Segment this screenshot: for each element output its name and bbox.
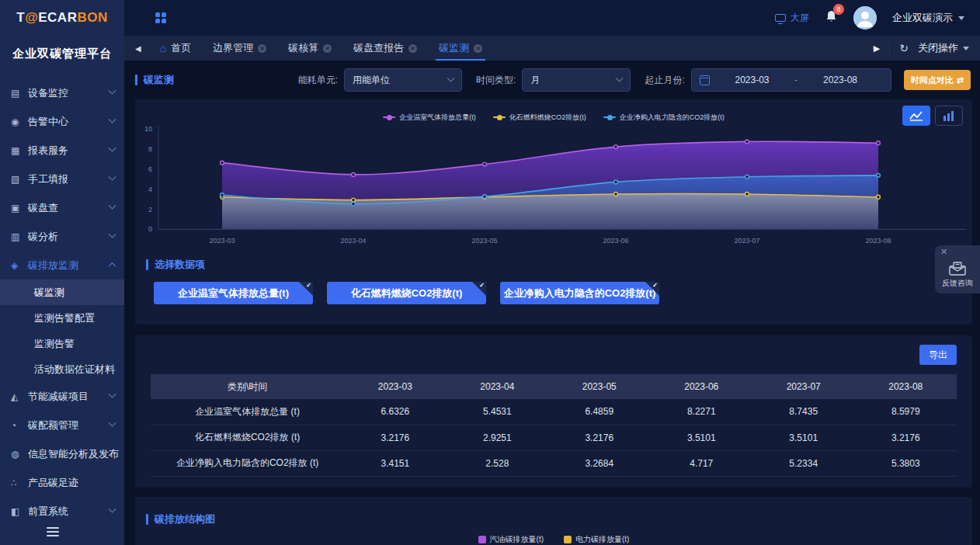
feedback-widget[interactable]: ✕ 反馈咨询 (935, 245, 980, 293)
checked-corner-icon (299, 282, 313, 296)
sidebar-item-carbon-analysis[interactable]: ▥ 碳分析 (0, 222, 124, 251)
data-item-buttons: 企业温室气体排放总量(t) 化石燃料燃烧CO2排放(t) 企业净购入电力隐含的C… (154, 282, 972, 304)
tab-home[interactable]: ⌂ 首页 (149, 36, 202, 61)
tab-carbon-accounting[interactable]: 碳核算 ✕ (277, 36, 342, 61)
sidebar-item-label: 手工填报 (28, 172, 109, 186)
svg-text:10: 10 (144, 125, 152, 133)
chevron-down-icon (109, 419, 116, 427)
close-icon[interactable]: ✕ (323, 44, 332, 53)
sidebar-item-energy-saving-projects[interactable]: ◭ 节能减碳项目 (0, 382, 124, 411)
chart-type-toggle (902, 106, 963, 126)
checked-corner-icon (472, 282, 486, 296)
notifications-button[interactable]: 8 (825, 9, 838, 26)
col-month: 2023-05 (548, 374, 650, 399)
logo-text-ecar: ECAR (38, 10, 77, 26)
svg-text:8: 8 (148, 145, 152, 153)
topbar: 大屏 8 企业双碳演示 (124, 0, 980, 36)
swap-arrows-icon: ⇄ (957, 75, 964, 85)
close-icon[interactable]: ✕ (408, 44, 417, 53)
data-item-purchased-electricity-co2[interactable]: 企业净购入电力隐含的CO2排放(t) (500, 282, 659, 304)
legend-swatch (478, 536, 486, 543)
export-button[interactable]: 导出 (919, 345, 957, 365)
chevron-down-icon (109, 391, 116, 398)
sidebar-item-product-footprint[interactable]: ∴ 产品碳足迹 (0, 468, 124, 497)
cell-value: 3.2684 (548, 450, 650, 476)
table-header-row: 类别\时间 2023-03 2023-04 2023-05 2023-06 20… (151, 374, 957, 399)
data-item-label: 企业温室气体排放总量(t) (178, 286, 289, 300)
chart-legend-item[interactable]: 企业温室气体排放总量(t) (383, 113, 476, 123)
sidebar-item-manual-entry[interactable]: ▧ 手工填报 (0, 165, 124, 193)
sidebar-item-info-analysis[interactable]: ◍ 信息智能分析及发布 (0, 439, 124, 468)
data-item-ghg-total[interactable]: 企业温室气体排放总量(t) (154, 282, 313, 304)
big-screen-button[interactable]: 大屏 (775, 12, 809, 25)
legend-item-gasoline[interactable]: 汽油碳排放量(t) (478, 534, 544, 545)
tabs-scroll-left-icon[interactable]: ◀ (135, 36, 141, 61)
devices-icon: ▤ (11, 88, 28, 99)
sidebar-subitem-monitoring-alerts[interactable]: 监测告警 (0, 331, 124, 356)
sidebar-item-alarm-center[interactable]: ◉ 告警中心 (0, 107, 124, 136)
chevron-down-icon (109, 173, 116, 181)
structure-legend: 汽油碳排放量(t) 电力碳排放量(t) (135, 534, 972, 545)
user-menu[interactable]: 企业双碳演示 (892, 11, 964, 25)
chevron-down-icon (616, 74, 624, 82)
sidebar-item-label: 节能减碳项目 (28, 390, 109, 404)
tab-inventory-report[interactable]: 碳盘查报告 ✕ (342, 36, 428, 61)
title-bar-decoration (146, 259, 148, 270)
sidebar-subitem-carbon-monitoring[interactable]: 碳监测 (0, 279, 124, 305)
month-range-label: 起止月份: (645, 74, 684, 87)
collapse-menu-icon[interactable] (47, 527, 59, 539)
month-range-picker[interactable]: 2023-03 - 2023-08 (691, 68, 891, 92)
close-icon[interactable]: ✕ (258, 44, 266, 53)
sidebar-item-report-service[interactable]: ▦ 报表服务 (0, 136, 124, 165)
sidebar-subitem-alert-config[interactable]: 监测告警配置 (0, 305, 124, 331)
time-type-value: 月 (530, 74, 540, 87)
title-bar-decoration (146, 514, 148, 525)
row-label: 企业温室气体排放总量 (t) (151, 399, 344, 425)
svg-text:2023-08: 2023-08 (865, 237, 891, 245)
legend-item-electricity[interactable]: 电力碳排放量(t) (564, 534, 629, 545)
alarm-icon: ◉ (11, 116, 28, 127)
svg-text:4: 4 (148, 186, 152, 193)
feedback-label: 反馈咨询 (942, 278, 973, 289)
close-operations-menu[interactable]: 关闭操作 (918, 41, 969, 55)
time-compare-label: 时间点对比 (911, 75, 954, 86)
energy-unit-select[interactable]: 用能单位 (344, 68, 462, 92)
time-compare-button[interactable]: 时间点对比 ⇄ (904, 70, 971, 90)
chart-legend-item[interactable]: 化石燃料燃烧CO2排放(t) (493, 113, 586, 123)
refresh-icon[interactable]: ↻ (899, 42, 909, 54)
sidebar-item-label: 碳分析 (28, 230, 109, 244)
svg-text:2023-07: 2023-07 (734, 237, 759, 245)
tab-carbon-monitoring[interactable]: 碳监测 ✕ (428, 36, 493, 61)
sidebar-item-label: 前置系统 (28, 505, 109, 519)
sidebar-item-carbon-inventory[interactable]: ▣ 碳盘查 (0, 193, 124, 222)
brand-logo[interactable]: T @ ECAR BON (0, 0, 124, 36)
tabs-scroll-right-icon[interactable]: ▶ (874, 43, 880, 54)
emissions-chart[interactable]: 02468102023-032023-042023-052023-062023-… (135, 124, 972, 248)
sidebar: T @ ECAR BON 企业双碳管理平台 ▤ 设备监控 ◉ 告警中心 ▦ 报表… (0, 0, 124, 545)
page-title-text: 碳监测 (144, 73, 174, 87)
sidebar-subitem-activity-evidence[interactable]: 活动数据佐证材料 (0, 356, 124, 382)
line-chart-toggle[interactable] (902, 106, 930, 126)
time-type-select[interactable]: 月 (522, 68, 631, 92)
sidebar-item-device-monitoring[interactable]: ▤ 设备监控 (0, 78, 124, 107)
chart-legend-item[interactable]: 企业净购入电力隐含的CO2排放(t) (603, 113, 725, 123)
close-icon[interactable]: ✕ (940, 247, 947, 257)
emission-structure-panel: 碳排放结构图 汽油碳排放量(t) 电力碳排放量(t) (135, 497, 972, 545)
sidebar-item-emission-monitoring[interactable]: ◈ 碳排放监测 (0, 251, 124, 279)
data-item-fossil-co2[interactable]: 化石燃料燃烧CO2排放(t) (327, 282, 486, 304)
cell-value: 3.2176 (344, 425, 446, 450)
structure-title-text: 碳排放结构图 (155, 512, 215, 526)
sidebar-item-front-system[interactable]: ◧ 前置系统 (0, 497, 124, 526)
structure-title: 碳排放结构图 (146, 512, 972, 526)
sidebar-item-label: 告警中心 (28, 115, 109, 129)
apps-grid-icon[interactable] (155, 12, 166, 23)
tab-boundary-management[interactable]: 边界管理 ✕ (202, 36, 277, 61)
cell-value: 3.4151 (344, 450, 446, 476)
sidebar-item-quota-management[interactable]: ◔ 碳配额管理 (0, 411, 124, 439)
close-icon[interactable]: ✕ (474, 44, 482, 53)
legend-label: 企业温室气体排放总量(t) (399, 113, 476, 123)
avatar[interactable] (853, 6, 877, 30)
bar-chart-toggle[interactable] (935, 106, 963, 126)
svg-text:0: 0 (148, 225, 152, 233)
page-title: 碳监测 (135, 73, 174, 87)
